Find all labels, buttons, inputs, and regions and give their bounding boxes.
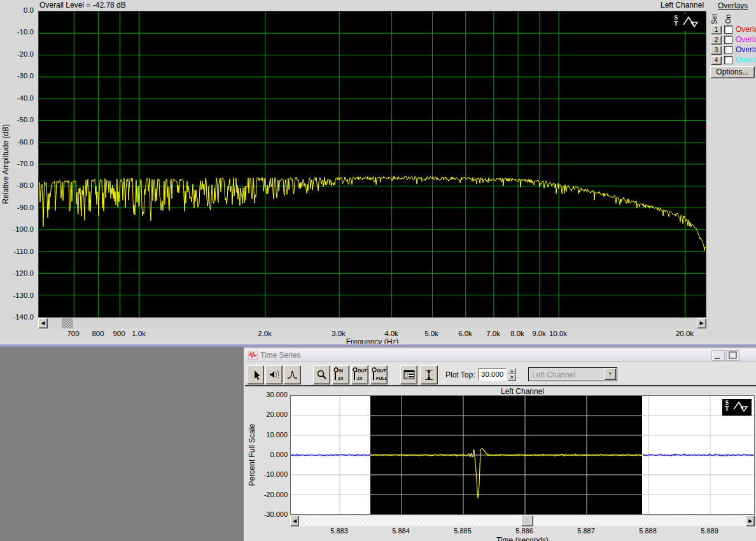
overlay-set-button-1[interactable]: 1 <box>711 25 722 34</box>
scroll-left-button[interactable]: ◀ <box>290 516 299 526</box>
overlay-on-checkbox-4[interactable] <box>724 56 732 64</box>
time-series-y-tick: 20.000 <box>249 411 288 418</box>
app-waveform-icon <box>248 351 258 360</box>
spectrum-y-tick: -30.0 <box>0 72 36 80</box>
overlays-on-label: On <box>724 15 732 24</box>
maximize-icon <box>727 351 739 360</box>
time-series-y-tick: -20.000 <box>249 491 288 498</box>
time-series-y-tick: 10.000 <box>249 431 288 439</box>
overlay-label-1: Overlay <box>736 25 756 34</box>
time-series-x-tick: 5.885 <box>454 527 472 535</box>
peak-curve-tool-button[interactable] <box>284 365 301 384</box>
plot-top-spin-down[interactable]: ▼ <box>508 374 516 381</box>
time-series-x-tick: 5.889 <box>701 527 718 535</box>
scroll-right-button[interactable]: ▶ <box>697 318 706 328</box>
overlay-set-button-2[interactable]: 2 <box>711 36 722 45</box>
zoom-in-2x-button[interactable]: IN2X <box>332 365 349 384</box>
spectrum-x-tick: 2.0k <box>258 330 272 337</box>
listen-tool-icon <box>268 369 281 381</box>
plot-top-spin-up[interactable]: ▲ <box>508 368 516 374</box>
spectrum-x-tick: 9.0k <box>532 330 546 337</box>
scroll-right-button[interactable]: ▶ <box>746 516 755 526</box>
spectrum-x-tick: 10.0k <box>549 330 567 337</box>
overlay-on-checkbox-1[interactable] <box>724 25 732 34</box>
overlay-label-2: Overlay <box>736 35 756 44</box>
plot-top-input[interactable]: 30.000 <box>479 368 507 381</box>
display-options-button[interactable] <box>400 365 417 384</box>
scroll-left-button[interactable]: ◀ <box>38 318 48 328</box>
scroll-thumb[interactable] <box>62 318 73 328</box>
listen-tool-button[interactable] <box>265 365 283 384</box>
spectrum-x-tick: 6.0k <box>458 330 472 337</box>
cursor-tool-button[interactable] <box>247 365 264 384</box>
overlay-set-button-3[interactable]: 3 <box>711 46 722 55</box>
zoom-in-2x-icon: IN2X <box>333 367 349 383</box>
spectrum-y-tick: -70.0 <box>0 160 36 167</box>
spectrum-analyzer-pane: Overall Level = -42.78 dB Left Channel S… <box>0 0 756 344</box>
overlay-on-checkbox-2[interactable] <box>724 36 732 44</box>
spectrum-x-tick: 900 <box>113 330 125 337</box>
display-options-icon <box>403 369 416 381</box>
vertical-scale-button[interactable] <box>421 365 438 384</box>
spectrum-y-tick: -120.0 <box>0 269 36 277</box>
svg-text:IN: IN <box>339 369 343 373</box>
svg-text:OUT: OUT <box>358 369 368 373</box>
spectrum-y-tick: -100.0 <box>0 225 36 233</box>
spectrum-y-tick: -20.0 <box>0 50 36 58</box>
time-series-titlebar[interactable]: Time Series <box>245 349 756 362</box>
spectrum-plot-area[interactable]: ST <box>38 11 706 318</box>
spectrum-x-tick: 4.0k <box>384 330 398 337</box>
zoom-out-2x-icon: OUT2X <box>352 367 368 383</box>
vertical-scale-icon <box>423 369 436 381</box>
overlays-title: Overlays <box>718 1 748 10</box>
spectrum-y-tick: -40.0 <box>0 94 36 102</box>
time-series-y-tick: 30.000 <box>249 391 288 398</box>
overall-level-readout: Overall Level = -42.78 dB <box>39 1 126 10</box>
time-series-x-tick: 5.887 <box>577 527 595 535</box>
channel-select[interactable]: Left Channel ▼ <box>528 367 617 381</box>
spectrum-y-tick: 0.0 <box>0 6 36 14</box>
cursor-tool-icon <box>249 369 262 381</box>
spectrum-y-tick: -60.0 <box>0 138 36 146</box>
zoom-out-2x-button[interactable]: OUT2X <box>351 365 368 384</box>
spectrum-scrollbar[interactable]: ◀ ▶ <box>38 318 706 328</box>
spectrum-x-tick: 800 <box>92 330 104 337</box>
scroll-thumb[interactable] <box>521 516 533 526</box>
spectrum-y-tick: -90.0 <box>0 204 36 211</box>
spectrum-y-tick: -80.0 <box>0 181 36 189</box>
spectrum-channel-label: Left Channel <box>661 1 704 10</box>
time-series-scrollbar[interactable]: ◀ ▶ <box>290 516 755 526</box>
window-separator <box>0 344 756 347</box>
svg-text:OUT: OUT <box>377 369 387 373</box>
overlay-label-4: Overlay <box>736 55 756 64</box>
svg-text:FULL: FULL <box>376 376 387 381</box>
time-series-x-title: Time (seconds) <box>290 536 755 541</box>
maximize-button[interactable] <box>726 350 739 361</box>
zoom-out-full-icon: OUTFULL <box>371 367 387 383</box>
spectrum-y-tick: -130.0 <box>0 292 36 299</box>
window-title: Time Series <box>260 351 301 360</box>
plot-top-label: Plot Top: <box>445 370 475 379</box>
time-series-x-tick: 5.886 <box>515 527 533 535</box>
zoom-out-full-button[interactable]: OUTFULL <box>370 365 388 384</box>
time-series-window: Time Series Plot Top: 30.000 ▲ ▼ Left Ch… <box>244 348 756 541</box>
spectrum-x-tick: 700 <box>67 330 79 337</box>
overlay-set-button-4[interactable]: 4 <box>711 56 722 65</box>
time-series-plot-title: Left Channel <box>290 387 755 396</box>
overlay-on-checkbox-3[interactable] <box>724 46 732 54</box>
spectrum-y-tick: -50.0 <box>0 116 36 123</box>
spectrum-y-tick: -110.0 <box>0 248 36 255</box>
overlays-options-button[interactable]: Options... <box>710 66 755 78</box>
minimize-button[interactable] <box>711 350 725 361</box>
time-series-x-tick: 5.883 <box>330 527 348 535</box>
st-sine-icon: ST <box>671 14 702 31</box>
channel-select-value: Left Channel <box>532 370 575 379</box>
zoom-tool-button[interactable] <box>313 365 330 384</box>
spectrum-x-tick: 3.0k <box>332 330 346 337</box>
svg-text:2X: 2X <box>338 376 344 381</box>
chevron-down-icon[interactable]: ▼ <box>605 369 616 380</box>
time-series-plot-area[interactable]: ST <box>290 395 755 515</box>
overlays-set-label: Set <box>710 14 718 25</box>
spectrum-x-tick: 20.0k <box>676 330 694 337</box>
minimize-icon <box>712 351 724 360</box>
